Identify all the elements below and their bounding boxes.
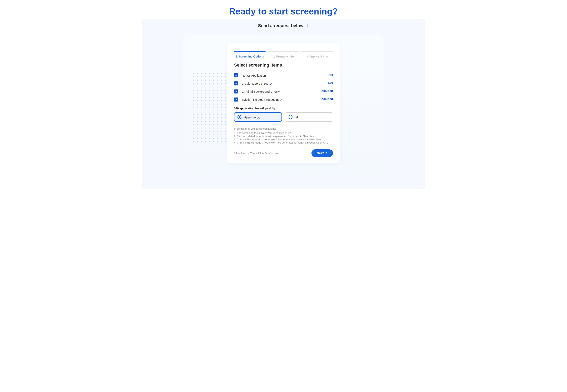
radio-icon xyxy=(238,115,241,119)
compliance-line: 3. Criminal Background Checks won't be g… xyxy=(234,138,333,141)
step-3[interactable]: 3. Applicant Info xyxy=(301,51,333,58)
checkbox-checked[interactable] xyxy=(234,98,238,101)
hero-subtitle: Send a request below xyxy=(258,23,303,28)
payer-option[interactable]: Applicant(s) xyxy=(234,112,282,122)
screening-item: Rental ApplicationFree xyxy=(234,71,333,79)
screening-item-price: Included xyxy=(321,97,333,100)
step-bar xyxy=(234,51,266,52)
section-title: Select screening items xyxy=(234,63,333,68)
payer-option-label: Applicant(s) xyxy=(244,115,260,119)
compliance-line: 1. The screening fee in New York is capp… xyxy=(234,131,333,135)
down-arrow-icon: ↓ xyxy=(306,23,309,29)
next-button[interactable]: Next xyxy=(312,149,333,157)
hero-subtitle-row: Send a request below ↓ xyxy=(142,19,425,35)
step-indicator: 1. Screening Options2. Property Info3. A… xyxy=(234,51,333,58)
checkbox-checked[interactable] xyxy=(234,89,238,94)
checkbox-checked[interactable] xyxy=(234,73,238,77)
compliance-line: 4. Criminal Background Checks won't be g… xyxy=(234,141,333,144)
decorative-dots xyxy=(193,69,229,144)
step-bar xyxy=(268,51,299,52)
step-bar xyxy=(301,51,333,52)
chevron-right-icon xyxy=(326,152,328,154)
radio-icon xyxy=(288,115,293,119)
step-label: 2. Property Info xyxy=(268,55,299,58)
step-label: 1. Screening Options xyxy=(234,55,266,58)
step-2[interactable]: 2. Property Info xyxy=(268,51,299,58)
screening-item-label: Eviction Related Proceedings* xyxy=(242,98,282,101)
next-button-label: Next xyxy=(317,151,324,155)
screening-item-label: Credit Report & Score* xyxy=(242,82,272,85)
step-1[interactable]: 1. Screening Options xyxy=(234,51,266,58)
step-label: 3. Applicant Info xyxy=(301,55,333,58)
compliance-line: 2. Eviction related records won't be gen… xyxy=(234,135,333,138)
screening-item: Credit Report & Score*$30 xyxy=(234,79,333,87)
screening-card: 1. Screening Options2. Property Info3. A… xyxy=(227,43,340,163)
checkbox-checked[interactable] xyxy=(234,81,238,85)
compliance-block: In compliance with local regulations: 1.… xyxy=(234,127,333,144)
screening-item-price: Free xyxy=(326,73,333,76)
screening-item-price: $30 xyxy=(328,81,333,84)
screening-item: Eviction Related Proceedings*Included xyxy=(234,96,333,104)
hero-title: Ready to start screening? xyxy=(142,0,425,19)
panel: 1. Screening Options2. Property Info3. A… xyxy=(183,35,384,177)
screening-item-label: Criminal Background Check* xyxy=(242,90,280,93)
payer-option[interactable]: Me xyxy=(285,112,333,122)
screening-item-label: Rental Application xyxy=(242,74,266,77)
payer-option-label: Me xyxy=(295,115,299,119)
screening-item: Criminal Background Check*Included xyxy=(234,87,333,96)
compliance-head: In compliance with local regulations: xyxy=(234,127,333,130)
screening-item-price: Included xyxy=(321,89,333,92)
fee-label: $30 application fee will paid by xyxy=(234,107,333,110)
footnote: * Provided by TransUnion SmartMove. xyxy=(234,152,279,155)
